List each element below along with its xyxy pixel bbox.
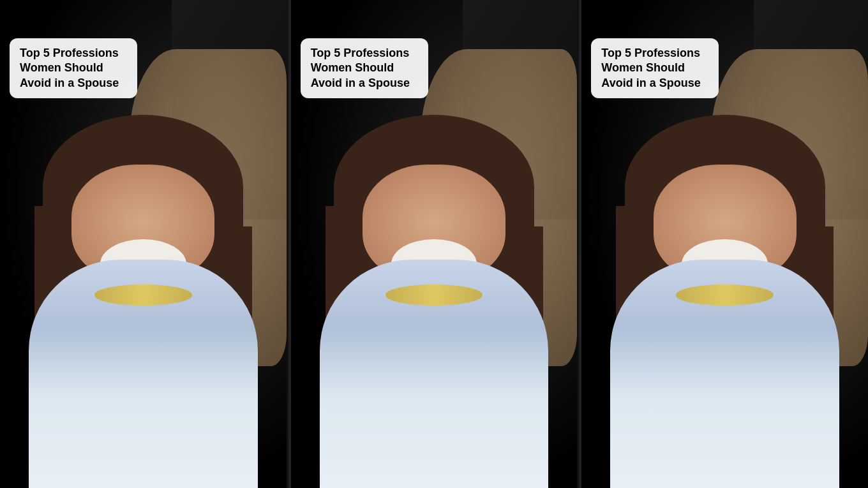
text-overlay-2: Top 5 Professions Women Should Avoid in … (301, 38, 428, 98)
video-panel-3: Top 5 Professions Women Should Avoid in … (581, 0, 868, 488)
video-panel-2: Top 5 Professions Women Should Avoid in … (291, 0, 580, 488)
person-3 (581, 73, 868, 488)
person-1 (0, 73, 287, 488)
text-overlay-3: Top 5 Professions Women Should Avoid in … (591, 38, 719, 98)
overlay-text-1: Top 5 Professions Women Should Avoid in … (20, 46, 127, 91)
person-2 (291, 73, 578, 488)
overlay-text-2: Top 5 Professions Women Should Avoid in … (311, 46, 418, 91)
person-necklace-2 (385, 285, 483, 306)
person-necklace-3 (676, 285, 774, 306)
overlay-text-3: Top 5 Professions Women Should Avoid in … (601, 46, 708, 91)
main-container: Top 5 Professions Women Should Avoid in … (0, 0, 868, 488)
video-panel-1: Top 5 Professions Women Should Avoid in … (0, 0, 288, 488)
text-overlay-1: Top 5 Professions Women Should Avoid in … (10, 38, 137, 98)
person-necklace-1 (94, 285, 192, 306)
